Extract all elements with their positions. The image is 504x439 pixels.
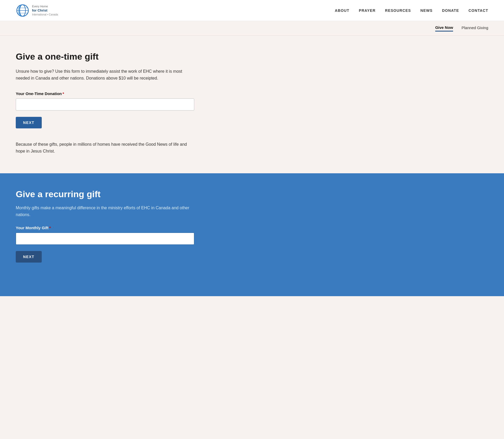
globe-icon [16,4,29,17]
one-time-gift-section: Give a one-time gift Unsure how to give?… [0,36,504,173]
recurring-next-button[interactable]: NEXT [16,251,42,263]
one-time-field-label: Your One-Time Donation* [16,91,194,96]
monthly-gift-input[interactable] [16,233,194,245]
nav-resources[interactable]: RESOURCES [385,8,411,13]
logo-sub: International • Canada [32,13,58,16]
nav-prayer[interactable]: PRAYER [359,8,376,13]
one-time-next-button[interactable]: NEXT [16,117,42,128]
one-time-required-star: * [62,91,64,96]
logo-line2: for Christ [32,8,58,13]
recurring-label-text: Your Monthly Gift [16,226,49,230]
main-nav: ABOUT PRAYER RESOURCES NEWS DONATE CONTA… [335,8,488,13]
one-time-description: Unsure how to give? Use this form to imm… [16,68,194,82]
recurring-field-label: Your Monthly Gift* [16,226,194,230]
one-time-donation-input[interactable] [16,98,194,111]
nav-about[interactable]: ABOUT [335,8,349,13]
one-time-bottom-text: Because of these gifts, people in millio… [16,141,194,155]
site-header: Every Home for Christ International • Ca… [0,0,504,21]
recurring-required-star: * [49,226,51,230]
logo-line1: Every Home [32,4,58,8]
recurring-description: Monthly gifts make a meaningful differen… [16,205,194,218]
subnav-give-now[interactable]: Give Now [435,25,453,32]
subnav-planned-giving[interactable]: Planned Giving [461,25,488,31]
logo[interactable]: Every Home for Christ International • Ca… [16,4,58,17]
nav-contact[interactable]: CONTACT [469,8,488,13]
recurring-title: Give a recurring gift [16,189,488,199]
nav-donate[interactable]: DONATE [442,8,459,13]
nav-news[interactable]: NEWS [420,8,432,13]
recurring-gift-section: Give a recurring gift Monthly gifts make… [0,173,504,296]
logo-text: Every Home for Christ International • Ca… [32,4,58,16]
recurring-form: Your Monthly Gift* NEXT [16,226,194,275]
one-time-label-text: Your One-Time Donation [16,91,62,96]
one-time-title: Give a one-time gift [16,51,488,62]
one-time-form: Your One-Time Donation* NEXT Because of … [16,91,194,155]
subnav-bar: Give Now Planned Giving [0,21,504,36]
